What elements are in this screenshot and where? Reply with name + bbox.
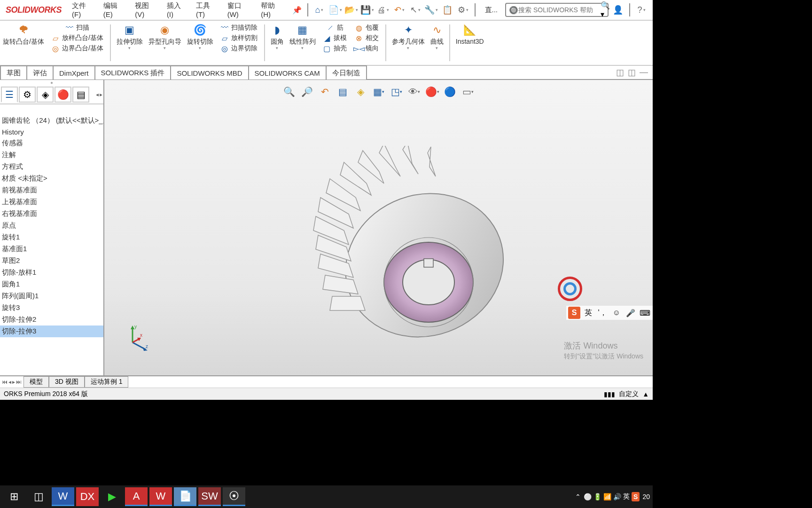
revolve-cut-button[interactable]: 🌀 旋转切除▾	[184, 23, 216, 52]
tab-cam[interactable]: SOLIDWORKS CAM	[248, 65, 327, 79]
taskbar-notepad-icon[interactable]: 📄	[174, 487, 196, 506]
menu-tools[interactable]: 工具(T)	[191, 1, 223, 18]
tree-item[interactable]: 方程式	[0, 161, 103, 173]
scene-icon[interactable]: 👁▾	[407, 85, 422, 99]
status-arrow-icon[interactable]: ▲	[642, 390, 649, 398]
shell-button[interactable]: ▢抽壳	[320, 43, 349, 54]
zoom-fit-icon[interactable]: 🔍	[282, 85, 297, 99]
tab-nav-prev-icon[interactable]: ◂	[8, 379, 11, 385]
status-custom[interactable]: 自定义	[619, 390, 639, 398]
tab-mbd[interactable]: SOLIDWORKS MBD	[170, 65, 249, 79]
tree-item[interactable]: History	[0, 127, 103, 137]
tab-addins[interactable]: SOLIDWORKS 插件	[94, 65, 172, 79]
tab-nav-first-icon[interactable]: ⏮	[2, 379, 8, 385]
home-icon[interactable]: ⌂▾	[313, 3, 326, 16]
tree-root[interactable]: 圆锥齿轮 （24） (默认<<默认>_显示	[0, 115, 103, 127]
ime-keyboard-icon[interactable]: ⌨	[639, 307, 651, 319]
wrap-button[interactable]: ◍包覆	[352, 23, 381, 33]
linear-pattern-button[interactable]: ▦ 线性阵列▾	[287, 23, 319, 52]
tab-prev-icon[interactable]: ◂	[96, 91, 99, 98]
tray-icon[interactable]: ⚪	[584, 493, 592, 500]
display-manager-tab-icon[interactable]: ▤	[72, 87, 89, 103]
render-icon[interactable]: 🔵	[443, 85, 457, 99]
tree-item[interactable]: 基准面1	[0, 243, 103, 255]
tree-item[interactable]: 旋转1	[0, 231, 103, 243]
menu-file[interactable]: 文件(F)	[67, 1, 99, 18]
panel-right-icon[interactable]: ◫	[628, 67, 636, 78]
options-dropdown-icon[interactable]: 📋	[441, 3, 454, 16]
tree-item[interactable]: 原点	[0, 220, 103, 231]
feature-tree[interactable]: 圆锥齿轮 （24） (默认<<默认>_显示 History 传感器 注解 方程式…	[0, 104, 103, 375]
tray-power-icon[interactable]: 🔋	[593, 493, 601, 500]
task-view-button[interactable]: ◫	[27, 487, 50, 506]
tab-sketch[interactable]: 草图	[0, 65, 27, 79]
tab-evaluate[interactable]: 评估	[26, 65, 54, 79]
select-icon[interactable]: ↖▾	[409, 3, 422, 16]
loft-cut-button[interactable]: ▱放样切割	[218, 33, 259, 43]
previous-view-icon[interactable]: ↶	[318, 85, 332, 99]
bottom-tab-3dview[interactable]: 3D 视图	[49, 376, 85, 388]
config-manager-tab-icon[interactable]: ◈	[37, 87, 54, 103]
taskbar-wps-icon[interactable]: W	[149, 487, 172, 506]
menu-insert[interactable]: 插入(I)	[162, 1, 191, 18]
taskbar-word-icon[interactable]: W	[52, 487, 74, 506]
rib-button[interactable]: ⟋筋	[324, 23, 345, 33]
print-icon[interactable]: 🖨▾	[377, 3, 390, 16]
taskbar-recorder-icon[interactable]: ⦿	[223, 487, 245, 506]
taskbar-autocad-icon[interactable]: A	[125, 487, 148, 506]
boundary-button[interactable]: ◎边界凸台/基体	[49, 43, 105, 54]
loft-button[interactable]: ▱放样凸台/基体	[49, 33, 105, 43]
bottom-tab-motion[interactable]: 运动算例 1	[85, 376, 129, 388]
bevel-gear-model[interactable]	[292, 146, 508, 362]
display-style-icon[interactable]: ▦▾	[372, 85, 386, 99]
tray-clock[interactable]: 20	[642, 493, 650, 500]
curves-button[interactable]: ∿ 曲线▾	[428, 23, 446, 52]
search-box[interactable]: 🔘 🔍▾	[505, 3, 609, 17]
menu-edit[interactable]: 编辑(E)	[99, 1, 131, 18]
sweep-button[interactable]: 〰扫描	[63, 23, 91, 33]
fillet-button[interactable]: ◗ 圆角▾	[268, 23, 287, 52]
search-input[interactable]	[518, 6, 601, 14]
intersect-button[interactable]: ⊗相交	[352, 33, 381, 43]
panel-left-icon[interactable]: ◫	[616, 67, 624, 78]
tree-item[interactable]: 前视基准面	[0, 184, 103, 196]
bottom-tab-model[interactable]: 模型	[23, 376, 49, 388]
tray-expand-icon[interactable]: ⌃	[575, 493, 581, 500]
tree-item[interactable]: 切除-拉伸2	[0, 314, 103, 325]
tree-item[interactable]: 材质 <未指定>	[0, 173, 103, 184]
tab-next-icon[interactable]: ▸	[100, 91, 102, 98]
tray-network-icon[interactable]: 📶	[603, 493, 611, 500]
tree-item[interactable]: 切除-放样1	[0, 267, 103, 278]
minimize-panel-icon[interactable]: —	[640, 67, 648, 78]
tab-dimxpert[interactable]: DimXpert	[53, 65, 95, 79]
open-icon[interactable]: 📂▾	[345, 3, 358, 16]
orientation-triad[interactable]: y z x	[123, 324, 151, 352]
menu-view[interactable]: 视图(V)	[130, 1, 162, 18]
taskbar-player-icon[interactable]: ▶	[101, 487, 123, 506]
extrude-cut-button[interactable]: ▣ 拉伸切除▾	[114, 23, 146, 52]
pin-icon[interactable]: 📌	[289, 6, 305, 15]
tab-today[interactable]: 今日制造	[326, 65, 367, 79]
rebuild-icon[interactable]: 🔧▾	[425, 3, 438, 16]
tree-item[interactable]: 阵列(圆周)1	[0, 290, 103, 302]
taskbar-solidworks-icon[interactable]: SW	[198, 487, 221, 506]
instant3d-button[interactable]: 📐 Instant3D	[453, 23, 487, 47]
3d-viewport[interactable]: 🔍 🔎 ↶ ▤ ◈ ▦▾ ◳▾ 👁▾ 🔴▾ 🔵 ▭▾	[104, 80, 653, 375]
tree-item-selected[interactable]: 切除-拉伸3	[0, 325, 103, 337]
tray-volume-icon[interactable]: 🔊	[613, 493, 621, 500]
help-icon[interactable]: ?▾	[635, 3, 648, 16]
user-icon[interactable]: 👤	[611, 3, 625, 16]
tree-item[interactable]: 旋转3	[0, 302, 103, 314]
zoom-area-icon[interactable]: 🔎	[300, 85, 314, 99]
ime-sogou-icon[interactable]: S	[568, 307, 580, 319]
tree-item[interactable]: 右视基准面	[0, 208, 103, 220]
viewport-settings-icon[interactable]: ▭▾	[461, 85, 475, 99]
tree-item[interactable]: 圆角1	[0, 278, 103, 290]
menu-window[interactable]: 窗口(W)	[223, 1, 257, 18]
ime-voice-icon[interactable]: 🎤	[625, 307, 637, 319]
property-manager-tab-icon[interactable]: ⚙	[19, 87, 36, 103]
taskbar-dx-icon[interactable]: DX	[76, 487, 99, 506]
sweep-cut-button[interactable]: 〰扫描切除	[218, 23, 259, 33]
tray-ime-lang[interactable]: 英	[623, 492, 630, 501]
revolve-boss-button[interactable]: 🌪 旋转凸台/基体	[0, 23, 47, 47]
